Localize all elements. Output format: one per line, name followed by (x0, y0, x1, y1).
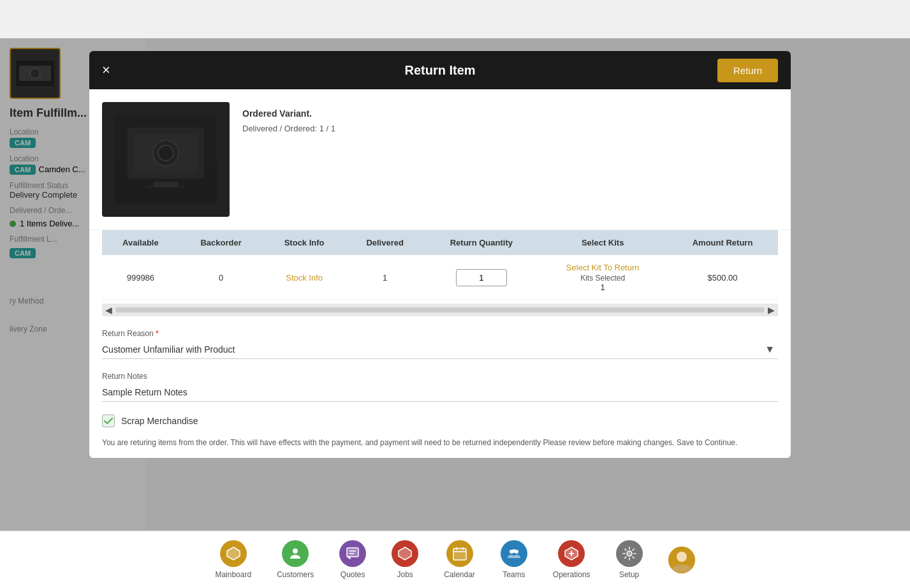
quotes-icon (339, 540, 366, 567)
col-select-kits: Select Kits (538, 230, 667, 255)
modal-header: × Return Item Return (89, 51, 791, 89)
table-section: Available Backorder Stock Info Delivered… (89, 230, 791, 316)
svg-rect-17 (153, 182, 179, 187)
kits-selected-label: Kits Selected (548, 274, 657, 283)
return-table: Available Backorder Stock Info Delivered… (102, 230, 778, 300)
teams-icon (501, 540, 527, 567)
warning-text: You are returing items from the order. T… (102, 437, 778, 448)
nav-item-operations[interactable]: Operations (553, 540, 591, 579)
user-avatar[interactable] (668, 547, 695, 573)
setup-icon (616, 540, 643, 567)
product-details: Ordered Variant. Delivered / Ordered: 1 … (242, 102, 335, 217)
operations-icon (558, 540, 585, 567)
operations-label: Operations (553, 570, 591, 579)
svg-rect-21 (347, 548, 358, 557)
svg-point-16 (158, 145, 173, 161)
kits-selected-value: 1 (548, 283, 657, 292)
calendar-label: Calendar (444, 570, 475, 579)
modal-close-button[interactable]: × (102, 62, 110, 78)
teams-label: Teams (503, 570, 525, 579)
col-return-quantity: Return Quantity (424, 230, 538, 255)
return-reason-value: Customer Unfamiliar with Product (102, 341, 778, 358)
mainboard-icon (220, 540, 247, 567)
return-reason-label: Return Reason (102, 329, 154, 338)
nav-item-jobs[interactable]: Jobs (392, 540, 418, 579)
product-image (102, 102, 230, 217)
delivered-ordered-value: Delivered / Ordered: 1 / 1 (242, 124, 335, 133)
cell-stock-info: Stock Info (263, 255, 346, 300)
svg-point-20 (293, 548, 298, 554)
scroll-left-button[interactable]: ◀ (105, 305, 112, 315)
return-item-modal: × Return Item Return Ordered Variant. (89, 51, 791, 458)
scrap-merchandise-row: Scrap Merchandise (102, 415, 778, 427)
delivered-ordered-number: 1 / 1 (319, 124, 335, 133)
required-star: * (156, 329, 159, 338)
modal-body: Ordered Variant. Delivered / Ordered: 1 … (89, 89, 791, 458)
modal-return-button[interactable]: Return (717, 59, 778, 82)
jobs-icon (392, 540, 418, 567)
svg-point-37 (677, 552, 687, 562)
return-reason-field-label: Return Reason * (102, 329, 778, 338)
product-info-section: Ordered Variant. Delivered / Ordered: 1 … (89, 89, 791, 230)
col-backorder: Backorder (179, 230, 263, 255)
col-available: Available (102, 230, 179, 255)
scroll-track[interactable] (115, 307, 765, 312)
svg-point-35 (627, 551, 632, 556)
calendar-icon (446, 540, 473, 567)
cell-select-kits: Select Kit To Return Kits Selected 1 (538, 255, 667, 300)
cell-delivered: 1 (346, 255, 425, 300)
cell-amount-return: $500.00 (667, 255, 778, 300)
col-delivered: Delivered (346, 230, 425, 255)
cell-return-quantity[interactable] (424, 255, 538, 300)
return-reason-dropdown[interactable]: Customer Unfamiliar with Product ▼ (102, 341, 778, 359)
table-scroll-bar: ◀ ▶ (102, 304, 778, 316)
delivered-ordered-label: Delivered / Ordered: (242, 124, 317, 133)
scroll-right-button[interactable]: ▶ (768, 305, 775, 315)
return-notes-input[interactable] (102, 383, 778, 402)
nav-item-setup[interactable]: Setup (616, 540, 643, 579)
select-kit-link[interactable]: Select Kit To Return (548, 263, 657, 272)
col-amount-return: Amount Return (667, 230, 778, 255)
svg-rect-25 (453, 548, 466, 560)
cell-backorder: 0 (179, 255, 263, 300)
setup-label: Setup (619, 570, 639, 579)
cell-available: 999986 (102, 255, 179, 300)
bottom-nav: Mainboard Customers Quotes Jobs Calendar… (0, 531, 910, 588)
ordered-variant-label: Ordered Variant. (242, 108, 335, 119)
return-notes-field-label: Return Notes (102, 372, 778, 381)
avatar-image (668, 547, 695, 573)
mainboard-label: Mainboard (215, 570, 251, 579)
svg-marker-19 (227, 547, 240, 560)
table-header-row: Available Backorder Stock Info Delivered… (102, 230, 778, 255)
col-stock-info: Stock Info (263, 230, 346, 255)
table-row: 999986 0 Stock Info 1 Select Kit To Retu… (102, 255, 778, 300)
customers-icon (282, 540, 309, 567)
svg-point-31 (512, 549, 516, 553)
scrap-merchandise-label: Scrap Merchandise (121, 416, 198, 426)
scrap-merchandise-checkbox[interactable] (102, 415, 115, 427)
customers-label: Customers (277, 570, 314, 579)
nav-item-customers[interactable]: Customers (277, 540, 314, 579)
dropdown-arrow-icon: ▼ (765, 344, 775, 355)
jobs-label: Jobs (397, 570, 413, 579)
return-quantity-input[interactable] (456, 269, 507, 286)
nav-item-calendar[interactable]: Calendar (444, 540, 475, 579)
quotes-label: Quotes (341, 570, 365, 579)
form-section: Return Reason * Customer Unfamiliar with… (89, 320, 791, 458)
stock-info-link[interactable]: Stock Info (286, 273, 323, 283)
nav-item-quotes[interactable]: Quotes (339, 540, 366, 579)
nav-item-teams[interactable]: Teams (501, 540, 527, 579)
modal-title: Return Item (404, 63, 475, 78)
svg-marker-24 (399, 547, 411, 560)
nav-item-mainboard[interactable]: Mainboard (215, 540, 251, 579)
